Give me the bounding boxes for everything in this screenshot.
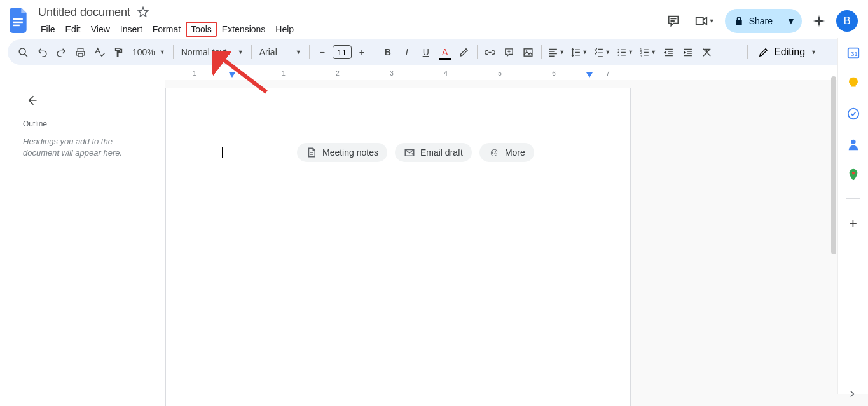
outline-empty-text: Headings you add to the document will ap… [23, 136, 146, 158]
share-label: Share [749, 16, 773, 26]
clear-formatting-icon[interactable] [698, 43, 716, 61]
menu-edit[interactable]: Edit [60, 22, 86, 37]
comments-icon[interactable] [663, 10, 684, 32]
close-outline-icon[interactable] [23, 91, 41, 109]
menu-format[interactable]: Format [148, 22, 186, 37]
video-call-icon[interactable]: ▼ [691, 10, 719, 32]
svg-point-7 [618, 51, 619, 53]
bold-icon[interactable]: B [379, 43, 397, 61]
svg-text:2: 2 [640, 51, 642, 54]
search-icon[interactable] [14, 43, 32, 61]
editing-mode[interactable]: Editing ▼ [752, 46, 823, 58]
svg-rect-2 [13, 25, 20, 27]
toolbar: 100%▼ Normal text▼ Arial▼ − 11 + B I U A… [8, 39, 860, 65]
svg-rect-1 [13, 22, 23, 24]
outline-panel: Outline Headings you add to the document… [0, 80, 165, 406]
tasks-icon[interactable] [846, 107, 860, 121]
underline-icon[interactable]: U [417, 43, 435, 61]
chip-email-draft[interactable]: Email draft [395, 143, 472, 162]
zoom-level[interactable]: 100%▼ [128, 47, 169, 57]
menu-bar: File Edit View Insert Format Tools Exten… [36, 22, 299, 37]
svg-text:3: 3 [640, 54, 642, 57]
redo-icon[interactable] [52, 43, 70, 61]
spellcheck-icon[interactable] [90, 43, 108, 61]
highlight-icon[interactable] [455, 43, 473, 61]
star-icon[interactable] [135, 4, 151, 20]
document-title[interactable]: Untitled document [36, 6, 133, 19]
right-indent-marker[interactable] [586, 72, 593, 78]
numbered-list-icon[interactable]: 123▼ [637, 43, 659, 61]
svg-point-6 [618, 49, 619, 50]
header-bar: Untitled document File Edit View Insert … [0, 0, 868, 37]
svg-point-15 [848, 109, 858, 119]
undo-icon[interactable] [33, 43, 51, 61]
svg-text:@: @ [490, 148, 498, 157]
checklist-icon[interactable]: ▼ [591, 43, 613, 61]
font-family[interactable]: Arial▼ [256, 47, 305, 57]
line-spacing-icon[interactable]: ▼ [568, 43, 590, 61]
menu-insert[interactable]: Insert [115, 22, 148, 37]
contacts-icon[interactable] [846, 137, 860, 151]
paragraph-style[interactable]: Normal text▼ [177, 47, 247, 57]
chip-meeting-notes[interactable]: Meeting notes [297, 143, 387, 162]
hide-side-panel-icon[interactable] [846, 388, 858, 400]
vertical-scrollbar[interactable] [831, 76, 836, 254]
keep-icon[interactable] [846, 76, 860, 90]
svg-rect-0 [13, 18, 23, 20]
svg-point-17 [851, 172, 855, 175]
font-size-input[interactable]: 11 [333, 45, 352, 59]
docs-logo[interactable] [8, 9, 31, 32]
left-indent-marker[interactable] [229, 72, 235, 78]
increase-font-icon[interactable]: + [353, 43, 371, 61]
paint-format-icon[interactable] [109, 43, 127, 61]
calendar-icon[interactable]: 31 [846, 46, 860, 60]
horizontal-ruler[interactable]: 1 1 2 3 4 5 6 7 [0, 69, 868, 80]
maps-icon[interactable] [846, 168, 860, 182]
increase-indent-icon[interactable] [679, 43, 697, 61]
svg-point-16 [851, 140, 855, 144]
svg-point-8 [618, 54, 619, 55]
decrease-font-icon[interactable]: − [313, 43, 331, 61]
svg-rect-4 [524, 48, 532, 55]
svg-text:1: 1 [640, 48, 642, 51]
share-dropdown-icon[interactable]: ▼ [782, 12, 799, 30]
align-icon[interactable]: ▼ [546, 43, 567, 61]
italic-icon[interactable]: I [398, 43, 416, 61]
print-icon[interactable] [71, 43, 89, 61]
document-area: Meeting notes Email draft @ More [165, 80, 868, 406]
add-comment-icon[interactable] [500, 43, 518, 61]
text-cursor [222, 147, 223, 158]
menu-tools[interactable]: Tools [186, 22, 217, 37]
chip-more[interactable]: @ More [479, 143, 534, 162]
insert-image-icon[interactable] [520, 43, 537, 61]
vertical-ruler[interactable] [0, 75, 11, 405]
svg-text:31: 31 [851, 51, 857, 57]
decrease-indent-icon[interactable] [660, 43, 678, 61]
document-page[interactable]: Meeting notes Email draft @ More [165, 88, 631, 406]
bullet-list-icon[interactable]: ▼ [614, 43, 636, 61]
menu-extensions[interactable]: Extensions [217, 22, 270, 37]
gemini-icon[interactable] [808, 10, 830, 32]
svg-point-3 [19, 48, 25, 55]
share-button[interactable]: Share ▼ [725, 9, 802, 33]
outline-title: Outline [23, 119, 146, 128]
text-color-icon[interactable]: A [436, 43, 454, 61]
menu-help[interactable]: Help [270, 22, 299, 37]
account-avatar[interactable]: B [836, 10, 858, 32]
side-panel: 31 + [837, 38, 868, 394]
menu-view[interactable]: View [86, 22, 115, 37]
menu-file[interactable]: File [36, 22, 60, 37]
insert-link-icon[interactable] [481, 43, 499, 61]
add-addon-icon[interactable]: + [849, 215, 857, 232]
